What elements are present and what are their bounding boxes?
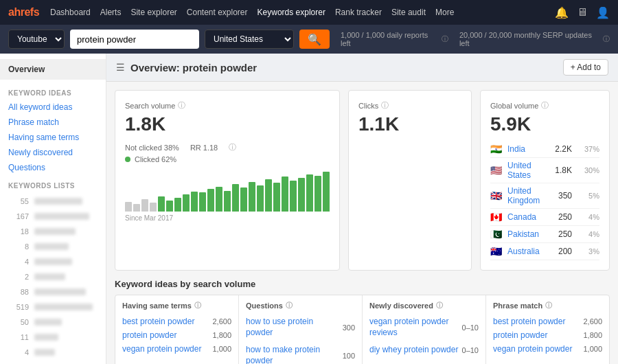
- us-count: 1.8K: [555, 166, 572, 175]
- clicks-tooltip[interactable]: ⓘ: [381, 100, 389, 111]
- search-input[interactable]: [70, 30, 199, 49]
- cards-row: Search volume ⓘ 1.8K Not clicked 38% RR …: [106, 82, 618, 279]
- bell-icon[interactable]: 🔔: [555, 6, 569, 19]
- clicks-value: 1.1K: [358, 113, 461, 135]
- canada-name[interactable]: Canada: [507, 212, 553, 222]
- search-bar: Youtube United States 🔍 1,000 / 1,000 da…: [0, 25, 618, 54]
- kw-item: how to use protein powder 300: [246, 315, 355, 340]
- search-button[interactable]: 🔍: [299, 30, 330, 49]
- daily-reports-tooltip[interactable]: ⓘ: [442, 34, 448, 44]
- kw-count: 1,800: [212, 331, 231, 339]
- nav-site-explorer[interactable]: Site explorer: [130, 8, 176, 17]
- monthly-serp-info: 20,000 / 20,000 monthly SERP updates lef…: [459, 31, 596, 47]
- kw-link[interactable]: vegan protein powder: [122, 344, 208, 354]
- kw-item: protein powder 1,800: [493, 328, 602, 342]
- nav-keywords-explorer[interactable]: Keywords explorer: [258, 8, 325, 17]
- sidebar-num-11: 4: [8, 348, 29, 356]
- sidebar-item-same-terms[interactable]: Having same terms: [0, 130, 106, 145]
- newly-tooltip[interactable]: ⓘ: [436, 301, 443, 310]
- global-volume-value: 5.9K: [490, 113, 599, 135]
- bar-7: [183, 194, 190, 212]
- australia-name[interactable]: Australia: [507, 247, 553, 256]
- bar-20: [290, 181, 297, 212]
- sidebar-numbers: 55 167 18 8 4 2: [0, 192, 106, 361]
- nav-content-explorer[interactable]: Content explorer: [187, 8, 248, 17]
- nav-dashboard[interactable]: Dashboard: [50, 8, 91, 17]
- nav-site-audit[interactable]: Site audit: [391, 8, 426, 17]
- rr-tooltip[interactable]: ⓘ: [229, 142, 236, 152]
- kw-link[interactable]: vegan protein powder: [493, 344, 579, 354]
- bar-11: [216, 187, 222, 212]
- monthly-serp-tooltip[interactable]: ⓘ: [603, 34, 610, 44]
- sidebar-item-all[interactable]: All keyword ideas: [0, 100, 106, 115]
- kw-link[interactable]: protein powder: [122, 330, 208, 340]
- blurred-bar-11: [34, 349, 55, 356]
- country-select[interactable]: United States: [205, 30, 294, 49]
- blurred-bar-8: [34, 304, 93, 310]
- sidebar-num-1: 55: [8, 197, 29, 205]
- pakistan-pct: 4%: [577, 230, 599, 238]
- bar-23: [314, 176, 321, 212]
- uk-flag: 🇬🇧: [490, 190, 502, 201]
- india-count: 2.2K: [555, 144, 572, 154]
- phrase-tooltip[interactable]: ⓘ: [545, 301, 552, 310]
- pakistan-count: 250: [558, 229, 572, 239]
- uk-count: 350: [558, 191, 572, 201]
- kw-link[interactable]: protein powder: [493, 330, 579, 340]
- blurred-bar-4: [34, 243, 69, 250]
- canada-pct: 4%: [577, 213, 599, 221]
- kw-count: 2,600: [212, 317, 231, 326]
- user-icon[interactable]: 👤: [596, 6, 610, 19]
- monitor-icon[interactable]: 🖥: [577, 6, 588, 19]
- blurred-bar-7: [34, 288, 86, 295]
- kw-link[interactable]: how to make protein powder: [246, 345, 339, 364]
- nav-links: Dashboard Alerts Site explorer Content e…: [50, 8, 454, 17]
- ideas-header: Keyword ideas by search volume: [115, 279, 610, 289]
- sidebar-num-10: 11: [8, 333, 29, 341]
- bar-15: [249, 182, 255, 212]
- kw-count: 1,000: [212, 345, 231, 353]
- canada-flag: 🇨🇦: [490, 212, 502, 223]
- questions-tooltip[interactable]: ⓘ: [286, 301, 293, 310]
- kw-link[interactable]: best protein powder: [493, 317, 579, 326]
- nav-rank-tracker[interactable]: Rank tracker: [335, 8, 382, 17]
- col-having-same-terms: Having same terms ⓘ best protein powder …: [115, 295, 239, 364]
- kw-range: 0–10: [462, 323, 479, 332]
- bar-14: [240, 187, 247, 212]
- main-layout: Overview KEYWORD IDEAS All keyword ideas…: [0, 54, 618, 364]
- kw-count: 300: [343, 323, 355, 332]
- sidebar-item-questions[interactable]: Questions: [0, 160, 106, 175]
- global-volume-tooltip[interactable]: ⓘ: [541, 100, 549, 111]
- bar-12: [224, 191, 231, 212]
- sidebar-item-newly[interactable]: Newly discovered: [0, 145, 106, 160]
- page-header: ☰ Overview: protein powder + Add to: [106, 54, 618, 82]
- kw-link[interactable]: best protein powder: [122, 317, 208, 326]
- us-name[interactable]: United States: [507, 161, 549, 180]
- platform-select[interactable]: Youtube: [8, 30, 65, 49]
- add-to-button[interactable]: + Add to: [563, 59, 608, 76]
- global-volume-card: Global volume ⓘ 5.9K 🇮🇳 India 2.2K 37% 🇺…: [480, 90, 610, 271]
- kw-link[interactable]: diy whey protein powder: [369, 345, 462, 356]
- bar-21: [298, 178, 305, 212]
- bar-8: [191, 192, 198, 212]
- india-name[interactable]: India: [507, 144, 549, 154]
- bar-4: [158, 196, 165, 212]
- kw-item: best protein powder 2,600: [122, 315, 231, 328]
- col-header-newly: Newly discovered ⓘ: [369, 301, 479, 310]
- bar-2: [141, 199, 148, 212]
- bar-19: [282, 177, 288, 212]
- clicked-text: Clicked 62%: [135, 155, 176, 163]
- same-terms-tooltip[interactable]: ⓘ: [194, 301, 201, 310]
- kw-link[interactable]: how to use protein powder: [246, 317, 339, 338]
- menu-icon[interactable]: ☰: [116, 62, 125, 73]
- nav-alerts[interactable]: Alerts: [100, 8, 122, 17]
- ideas-section: Keyword ideas by search volume Having sa…: [106, 279, 618, 364]
- search-volume-tooltip[interactable]: ⓘ: [178, 100, 185, 111]
- nav-more[interactable]: More: [435, 8, 454, 17]
- col-newly-discovered: Newly discovered ⓘ vegan protein powder …: [363, 295, 486, 364]
- pakistan-name[interactable]: Pakistan: [507, 229, 553, 239]
- sidebar-overview[interactable]: Overview: [0, 59, 106, 80]
- uk-name[interactable]: United Kingdom: [507, 186, 553, 205]
- sidebar-item-phrase[interactable]: Phrase match: [0, 115, 106, 130]
- kw-link[interactable]: vegan protein powder reviews: [369, 317, 462, 338]
